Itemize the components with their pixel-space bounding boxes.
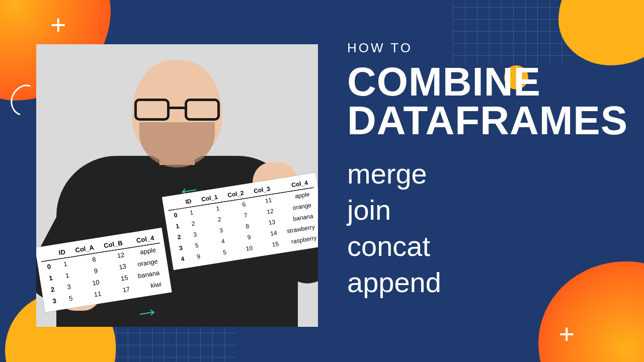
thumbnail-photo: ← ID Col_A Col_B Col_4 01812apple 11913o… <box>36 44 318 327</box>
plus-icon-top: + <box>50 9 64 40</box>
method-item: append <box>347 265 614 300</box>
method-item: merge <box>347 156 614 192</box>
title-line-1: COMBINE <box>347 63 614 102</box>
arrow-right-icon: → <box>132 296 162 327</box>
method-item: join <box>347 193 614 228</box>
headline-block: HOW TO COMBINE DATAFRAMES merge join con… <box>347 40 614 301</box>
plus-icon-bottom: + <box>558 318 575 349</box>
kicker-text: HOW TO <box>347 40 614 56</box>
title-text: COMBINE DATAFRAMES <box>347 63 614 140</box>
methods-list: merge join concat append <box>347 156 614 300</box>
title-line-2: DATAFRAMES <box>347 102 614 140</box>
method-item: concat <box>347 229 614 264</box>
glasses-icon <box>134 99 220 122</box>
